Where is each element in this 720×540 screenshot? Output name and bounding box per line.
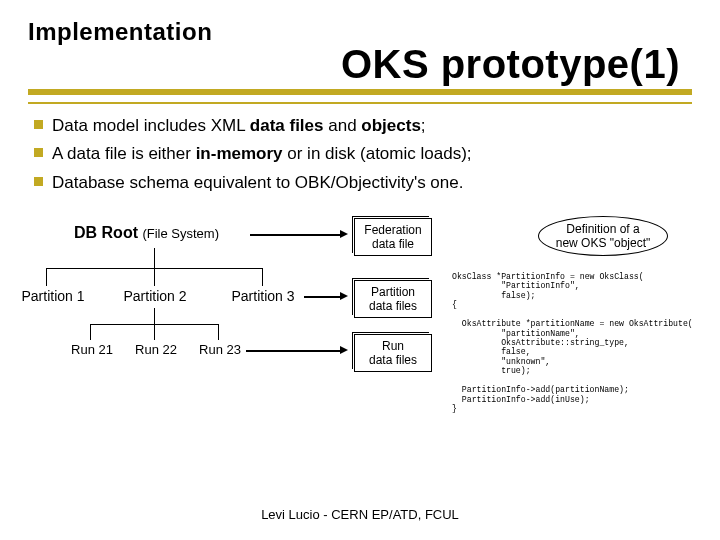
bullet-text: Data model includes XML [52, 116, 250, 135]
run-label: Run 23 [196, 342, 244, 357]
bullet-list: Data model includes XML data files and o… [32, 113, 688, 196]
bullet-item: Data model includes XML data files and o… [32, 113, 688, 139]
bullet-text: and [324, 116, 362, 135]
page-title: OKS prototype(1) [341, 42, 680, 87]
footer-author: Levi Lucio - CERN EP/ATD, FCUL [0, 507, 720, 522]
bullet-text: ; [421, 116, 426, 135]
run-files-box: Run data files [354, 334, 432, 372]
db-root-label: DB Root [74, 224, 138, 241]
run-label: Run 21 [68, 342, 116, 357]
definition-oval: Definition of a new OKS "object" [538, 216, 668, 256]
bullet-text: Database schema equivalent to OBK/Object… [52, 173, 463, 192]
code-snippet: OksClass *PartitionInfo = new OksClass( … [452, 272, 710, 413]
federation-file-box: Federation data file [354, 218, 432, 256]
bullet-bold: in-memory [196, 144, 283, 163]
arrow-icon [340, 230, 348, 238]
partition-files-box: Partition data files [354, 280, 432, 318]
bullet-bold: data files [250, 116, 324, 135]
partition-label: Partition 3 [224, 288, 302, 304]
bullet-text: or in disk (atomic loads); [283, 144, 472, 163]
arrow-icon [340, 292, 348, 300]
arrow-icon [340, 346, 348, 354]
partition-label: Partition 2 [116, 288, 194, 304]
db-root-note: (File System) [142, 226, 219, 241]
partition-label: Partition 1 [14, 288, 92, 304]
bullet-text: A data file is either [52, 144, 196, 163]
diagram-area: DB Root (File System) Partition 1 Partit… [14, 214, 706, 464]
run-label: Run 22 [132, 342, 180, 357]
title-underline [28, 89, 692, 99]
bullet-item: Database schema equivalent to OBK/Object… [32, 170, 688, 196]
bullet-item: A data file is either in-memory or in di… [32, 141, 688, 167]
bullet-bold: objects [361, 116, 421, 135]
